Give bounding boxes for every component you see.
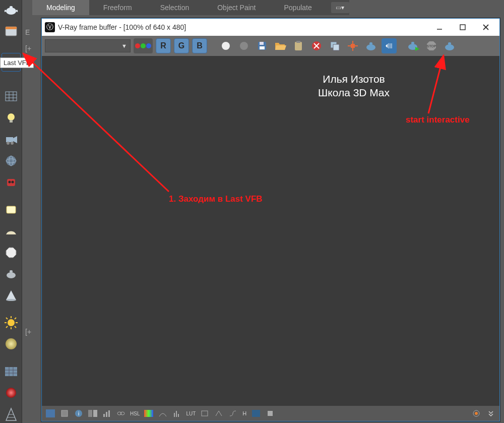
tab-freeform[interactable]: Freeform: [89, 0, 146, 15]
link-icon: [116, 410, 125, 416]
sb-color-button[interactable]: [44, 408, 57, 419]
minimize-button[interactable]: [428, 20, 451, 35]
render-dialog-button[interactable]: [2, 22, 20, 39]
ribbon-dropdown-icon[interactable]: ▭▾: [331, 2, 349, 13]
teapot-button[interactable]: [2, 1, 20, 18]
tab-populate[interactable]: Populate: [270, 0, 326, 15]
dome-button[interactable]: [2, 222, 20, 239]
channel-dropdown[interactable]: ▼: [45, 39, 131, 52]
maximize-button[interactable]: [451, 20, 474, 35]
svg-rect-83: [61, 410, 68, 416]
teapot-grey-button[interactable]: [2, 265, 20, 282]
sb-gradient-button[interactable]: [142, 408, 155, 419]
folder-open-icon: [274, 41, 286, 51]
open-image-button[interactable]: [273, 38, 288, 53]
rgb-switch-button[interactable]: [134, 38, 153, 53]
sb-link-button[interactable]: [114, 408, 128, 419]
channel-r-button[interactable]: R: [156, 38, 171, 53]
cone-button[interactable]: [2, 286, 20, 304]
start-interactive-button[interactable]: [406, 38, 421, 53]
tab-object-paint[interactable]: Object Paint: [203, 0, 270, 15]
light-button[interactable]: [2, 109, 20, 127]
camera-button[interactable]: [2, 131, 20, 148]
robot-icon: [4, 176, 18, 188]
vfb-titlebar[interactable]: Ⓥ V-Ray frame buffer - [100% of 640 x 48…: [42, 19, 499, 36]
svg-point-30: [8, 319, 15, 326]
teapot-blue2-icon: [443, 40, 456, 51]
color-swatch-icon: [46, 409, 55, 417]
globe-button[interactable]: [2, 152, 20, 169]
svg-marker-25: [6, 248, 16, 258]
save-image-button[interactable]: [255, 38, 270, 53]
svg-rect-94: [174, 413, 175, 417]
channel-g-button[interactable]: G: [174, 38, 189, 53]
svg-rect-81: [448, 42, 451, 45]
svg-rect-93: [144, 410, 153, 417]
teapot-render-button[interactable]: [363, 38, 379, 53]
sb-ocio-button[interactable]: [198, 408, 211, 419]
save-icon: [257, 40, 268, 51]
ribbon-tabs: Modeling Freeform Selection Object Paint…: [32, 0, 349, 15]
teapot-last-button[interactable]: [442, 38, 457, 53]
sb-curve-button[interactable]: [156, 408, 169, 419]
tower-button[interactable]: [2, 405, 20, 422]
sb-lut-button[interactable]: LUT: [184, 408, 197, 419]
sphere-button[interactable]: [2, 335, 20, 352]
delete-icon: [311, 40, 322, 51]
sb-histogram-button[interactable]: [170, 408, 183, 419]
channel-b-button[interactable]: B: [192, 38, 207, 53]
alpha-channel-button[interactable]: [236, 38, 251, 53]
duplicate-button[interactable]: [327, 38, 342, 53]
cone-icon: [5, 289, 17, 302]
sb-correction-button[interactable]: [100, 408, 113, 419]
robot-button[interactable]: [2, 173, 20, 191]
svg-rect-7: [6, 92, 17, 101]
tab-selection[interactable]: Selection: [146, 0, 204, 15]
svg-rect-71: [369, 42, 372, 45]
clipboard-button[interactable]: [291, 38, 306, 53]
sb-icc-button[interactable]: [212, 408, 225, 419]
sun-button[interactable]: [2, 314, 20, 331]
sb-compare-button[interactable]: [86, 408, 99, 419]
sb-lens-button[interactable]: [470, 408, 483, 419]
texture-grid-button[interactable]: [2, 363, 20, 380]
svg-point-0: [6, 8, 16, 15]
teapot-icon: [4, 3, 19, 16]
svg-rect-90: [108, 410, 110, 417]
svg-point-22: [8, 181, 11, 184]
drawer-label-3[interactable]: [+: [25, 328, 31, 336]
sb-expand-button[interactable]: [484, 408, 497, 419]
close-button[interactable]: [474, 20, 497, 35]
plane-light-button[interactable]: [2, 201, 20, 218]
svg-point-80: [445, 44, 454, 50]
last-vfb-tooltip: Last VFB: [0, 57, 34, 68]
vfb-render-canvas[interactable]: Илья Изотов Школа 3D Max: [42, 56, 499, 406]
clear-image-button[interactable]: [309, 38, 324, 53]
svg-rect-98: [252, 410, 260, 417]
sb-bg-button[interactable]: [249, 408, 263, 419]
ocio-icon: [201, 410, 209, 417]
sb-info-button[interactable]: i: [72, 408, 85, 419]
sb-srgb-button[interactable]: [226, 408, 239, 419]
svg-rect-59: [296, 41, 300, 43]
region-render-button[interactable]: [345, 38, 360, 53]
tab-modeling[interactable]: Modeling: [32, 0, 89, 15]
svg-line-38: [6, 326, 8, 328]
stop-render-button[interactable]: STOP: [424, 38, 439, 53]
grid-settings-button[interactable]: [2, 88, 20, 105]
mono-channel-button[interactable]: [218, 38, 233, 53]
red-sphere-button[interactable]: [2, 384, 20, 401]
sb-hsl-button[interactable]: HSL: [129, 408, 141, 419]
svg-rect-82: [46, 409, 55, 417]
sb-h-button[interactable]: H: [240, 408, 248, 419]
sb-stamp-button[interactable]: [264, 408, 277, 419]
drawer-label-2[interactable]: [+: [25, 44, 31, 52]
sb-picker-button[interactable]: [58, 408, 71, 419]
svg-rect-13: [10, 120, 13, 123]
icc-icon: [215, 410, 223, 417]
teapot-grey-icon: [4, 268, 18, 280]
vray-logo-icon: Ⓥ: [45, 22, 55, 32]
track-mouse-button[interactable]: [382, 38, 397, 53]
svg-rect-40: [5, 367, 17, 376]
octagon-button[interactable]: [2, 244, 20, 261]
